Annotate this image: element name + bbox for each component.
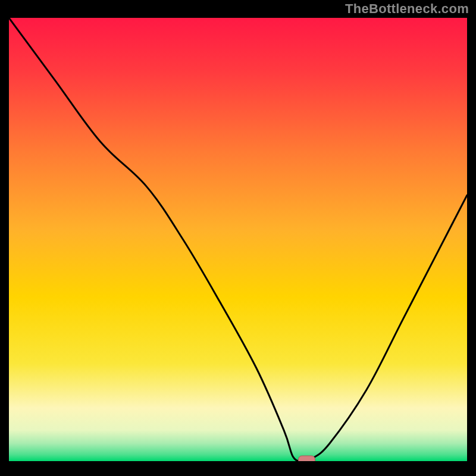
watermark-text: TheBottleneck.com	[345, 1, 469, 17]
plot-area	[9, 18, 467, 461]
optimum-marker	[299, 456, 315, 461]
gradient-background	[9, 18, 467, 461]
chart-container: TheBottleneck.com	[0, 0, 476, 476]
bottleneck-chart	[9, 18, 467, 461]
